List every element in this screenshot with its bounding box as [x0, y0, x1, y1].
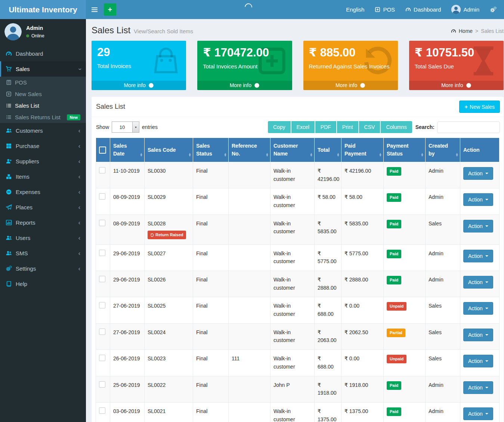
sidebar-toggle-button[interactable] [86, 0, 103, 19]
action-button[interactable]: Action [463, 193, 493, 206]
page-length-select[interactable]: 10 ▼ [112, 121, 139, 133]
sales-list-icon [6, 103, 12, 108]
more-info-link[interactable]: More info [197, 81, 292, 90]
export-pdf-button[interactable]: PDF [315, 121, 336, 133]
settings-menu[interactable] [490, 6, 497, 13]
sidebar-subitem-label: Sales Returns List [15, 114, 61, 120]
reference-no-cell [229, 162, 270, 188]
total-cell: ₹ 2063.00 [315, 323, 341, 349]
column-header-paid-payment[interactable]: Paid Payment▲▼ [341, 138, 384, 162]
row-checkbox[interactable] [99, 167, 105, 173]
sidebar-item-places[interactable]: Places‹ [0, 200, 86, 215]
sidebar-item-sales-list[interactable]: Sales List [0, 100, 86, 111]
new-sales-button[interactable]: + New Sales [459, 101, 500, 113]
user-menu[interactable]: Admin [451, 5, 479, 14]
sidebar-item-settings[interactable]: Settings‹ [0, 261, 86, 276]
customer-name-cell-value: Walk-in customer [273, 221, 295, 235]
sales-status-cell: Final [193, 244, 229, 271]
action-button[interactable]: Action [463, 329, 493, 341]
sidebar-item-label: Purchase [16, 143, 39, 149]
more-info-link[interactable]: More info [303, 81, 398, 90]
settings-icon [6, 265, 12, 272]
sidebar-item-help[interactable]: Help [0, 276, 86, 292]
sidebar-item-purchase[interactable]: Purchase‹ [0, 138, 86, 154]
sidebar-item-dashboard[interactable]: Dashboard [0, 46, 86, 61]
sort-arrows-icon[interactable]: ▲▼ [224, 153, 227, 157]
breadcrumb-home[interactable]: Home [459, 28, 473, 34]
column-header-created-by[interactable]: Created by▲▼ [426, 138, 460, 162]
action-button[interactable]: Action [463, 276, 493, 289]
sidebar-item-users[interactable]: Users‹ [0, 230, 86, 246]
sidebar-item-sales[interactable]: Sales‹ [0, 61, 86, 77]
quick-add-button[interactable] [104, 3, 116, 16]
action-button[interactable]: Action [463, 220, 493, 232]
select-all-checkbox[interactable] [99, 147, 106, 154]
export-copy-button[interactable]: Copy [268, 121, 291, 133]
column-header-customer-name[interactable]: Customer Name▲▼ [270, 138, 315, 162]
export-columns-button[interactable]: Columns [381, 121, 412, 133]
created-by-cell: Sales [426, 323, 460, 349]
column-header-sales-code[interactable]: Sales Code▲▼ [145, 138, 193, 162]
reference-no-cell [229, 323, 270, 349]
more-info-link[interactable]: More info [92, 81, 186, 90]
sidebar-item-sms[interactable]: SMS‹ [0, 246, 86, 261]
sort-arrows-icon[interactable]: ▲▼ [266, 153, 269, 157]
row-checkbox[interactable] [99, 302, 105, 308]
row-checkbox[interactable] [99, 407, 105, 414]
action-button[interactable]: Action [463, 355, 493, 367]
customer-name-cell: Walk-in customer [270, 402, 315, 422]
column-header-total[interactable]: Total▲▼ [315, 138, 341, 162]
breadcrumb-current: Sales List [481, 28, 504, 34]
action-button[interactable]: Action [463, 167, 493, 180]
row-checkbox[interactable] [99, 381, 105, 388]
action-button[interactable]: Action [463, 381, 493, 394]
sidebar-item-new-sales[interactable]: New Sales [0, 88, 86, 100]
sort-arrows-icon[interactable]: ▲▼ [310, 153, 313, 157]
avatar [4, 23, 22, 40]
sidebar-item-sales-returns-list[interactable]: Sales Returns ListNew [0, 111, 86, 123]
column-header-reference-no[interactable]: Reference No.▲▼ [229, 138, 270, 162]
total-cell: ₹ 688.00 [315, 297, 341, 323]
export-print-button[interactable]: Print [337, 121, 358, 133]
export-csv-button[interactable]: CSV [359, 121, 380, 133]
column-header-sales-date[interactable]: Sales Date▲▼ [110, 138, 145, 162]
sidebar-item-expenses[interactable]: Expenses‹ [0, 184, 86, 200]
sort-arrows-icon[interactable]: ▲▼ [337, 153, 340, 157]
action-button[interactable]: Action [463, 407, 493, 420]
sort-arrows-icon[interactable]: ▲▼ [188, 153, 191, 157]
paid-payment-cell: ₹ 0.00 [341, 297, 384, 323]
export-excel-button[interactable]: Excel [291, 121, 315, 133]
sort-arrows-icon[interactable]: ▲▼ [421, 153, 424, 157]
dashboard-link[interactable]: Dashboard [405, 6, 441, 13]
brand-logo[interactable]: Ultimate Inventory [0, 0, 86, 19]
row-checkbox[interactable] [99, 276, 105, 282]
more-info-link[interactable]: More info [409, 81, 504, 90]
new-badge: New [67, 114, 80, 120]
sales-code-cell: SL0021 [145, 402, 193, 422]
action-cell: Action [460, 402, 500, 422]
created-by-cell-value: Admin [429, 250, 443, 256]
column-header-sales-status[interactable]: Sales Status▲▼ [193, 138, 229, 162]
sms-icon [6, 250, 12, 256]
sort-arrows-icon[interactable]: ▲▼ [140, 153, 143, 157]
action-button[interactable]: Action [463, 250, 493, 262]
row-checkbox[interactable] [99, 193, 105, 200]
sidebar-item-customers[interactable]: Customers‹ [0, 123, 86, 138]
row-checkbox[interactable] [99, 329, 105, 335]
user-name: Admin [26, 25, 44, 31]
sidebar-item-reports[interactable]: Reports‹ [0, 215, 86, 230]
row-checkbox[interactable] [99, 250, 105, 256]
search-input[interactable] [437, 121, 500, 133]
row-checkbox[interactable] [99, 220, 105, 226]
sort-arrows-icon[interactable]: ▲▼ [455, 153, 458, 157]
pos-link[interactable]: POS [375, 6, 395, 13]
language-menu[interactable]: English [346, 6, 364, 13]
sidebar-item-pos[interactable]: POS [0, 77, 86, 88]
column-header-payment-status[interactable]: Payment Status▲▼ [384, 138, 426, 162]
action-button[interactable]: Action [463, 302, 493, 315]
sidebar-item-items[interactable]: Items‹ [0, 169, 86, 184]
row-checkbox[interactable] [99, 355, 105, 361]
sidebar-item-suppliers[interactable]: Suppliers‹ [0, 154, 86, 169]
entries-label: entries [142, 124, 158, 130]
sort-arrows-icon[interactable]: ▲▼ [379, 153, 382, 157]
